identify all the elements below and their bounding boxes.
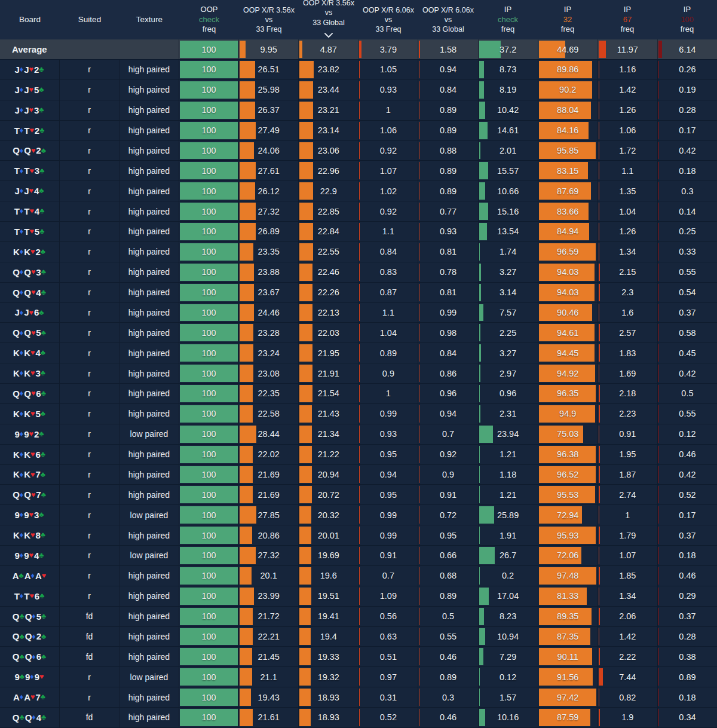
card-suit-h: ♥: [30, 369, 35, 377]
cell-ip-32-freq: 89.86: [538, 60, 598, 79]
column-header-suited[interactable]: Suited: [60, 0, 120, 39]
board-row[interactable]: T♦T♥4♣rhigh paired10027.3222.850.920.771…: [0, 201, 717, 222]
board-row[interactable]: T♦T♥3♣rhigh paired10027.6122.961.070.891…: [0, 161, 717, 181]
cell-value: 2.74: [598, 490, 657, 500]
board-row[interactable]: 9♦9♥4♣rlow paired10027.3219.690.910.6626…: [0, 546, 717, 566]
cell-texture: high paired: [120, 222, 179, 241]
board-row[interactable]: Q♣Q♦5♣fdhigh paired10021.7219.410.560.58…: [0, 607, 717, 627]
cell-value: 100: [179, 449, 238, 459]
card-rank: J: [24, 307, 29, 317]
cell-value: 100: [179, 267, 238, 277]
cell-ip-32-freq: 94.03: [538, 262, 598, 282]
cell-value: 20.32: [299, 510, 358, 520]
cell-value: 100: [179, 490, 238, 500]
suited-value: r: [88, 85, 91, 94]
board-row[interactable]: A♦A♥7♣rhigh paired10019.4318.930.310.31.…: [0, 687, 717, 708]
cell-oop-xr-356-freq: 21.61: [239, 708, 299, 727]
board-row[interactable]: Q♣Q♦4♣fdhigh paired10021.6118.930.520.46…: [0, 708, 717, 728]
cell-ip-100-freq: 0.18: [658, 161, 717, 181]
board-row[interactable]: J♦J♥5♣rhigh paired10025.9823.440.930.848…: [0, 80, 717, 100]
column-header-oop-xr-606-global[interactable]: OOP X/R 6.06x vs33 Global: [418, 0, 478, 39]
column-header-texture[interactable]: Texture: [120, 0, 179, 39]
card-suit-h: ♥: [29, 106, 34, 114]
board-row[interactable]: T♦T♥2♣rhigh paired10027.4923.141.060.891…: [0, 121, 717, 141]
column-header-board[interactable]: Board: [0, 0, 60, 39]
cell-ip-check-freq: 1.21: [479, 445, 538, 464]
average-row[interactable]: Average 1009.954.873.791.5837.244.6911.9…: [0, 39, 717, 60]
board-row[interactable]: 9♦9♥2♣rlow paired10028.4421.340.930.723.…: [0, 424, 717, 445]
cell-value: 1: [358, 105, 418, 115]
cell-ip-100-freq: 0.25: [658, 222, 717, 241]
board-row[interactable]: A♣A♦A♥rhigh paired10020.119.60.70.680.29…: [0, 566, 717, 586]
column-header-ip-100-freq[interactable]: IP100freq: [657, 0, 717, 39]
cell-oop-xr-356-freq: 23.08: [239, 363, 299, 383]
column-header-oop-xr-356-freq[interactable]: OOP X/R 3.56x vs33 Freq: [239, 0, 299, 39]
cell-value: 87.35: [538, 632, 598, 641]
card-rank: 9: [24, 550, 29, 561]
board-cards: Q♦Q♥4♣: [13, 287, 47, 298]
cell-value: 0.95: [358, 449, 418, 459]
board-row[interactable]: K♦K♥2♣rhigh paired10023.3522.550.840.811…: [0, 242, 717, 262]
board-row[interactable]: T♦T♥5♣rhigh paired10026.8922.841.10.9313…: [0, 222, 717, 242]
board-row[interactable]: Q♦Q♥2♣rhigh paired10024.0623.060.920.882…: [0, 141, 717, 161]
card-rank: T: [24, 126, 29, 136]
column-header-ip-32-freq[interactable]: IP32freq: [538, 0, 598, 39]
column-header-oop-check-freq[interactable]: OOPcheckfreq: [179, 0, 239, 39]
column-header-oop-xr-606-freq[interactable]: OOP X/R 6.06x vs33 Freq: [358, 0, 418, 39]
board-cards: T♦T♥3♣: [14, 166, 45, 176]
card-rank: J: [24, 85, 29, 95]
board-row[interactable]: Q♦Q♥5♣rhigh paired10023.2822.031.040.982…: [0, 323, 717, 343]
cell-ip-100-freq: 0.89: [658, 667, 717, 687]
suited-value: r: [88, 247, 91, 256]
cell-ip-67-freq: 1.42: [598, 80, 658, 100]
board-cards: 9♦9♥3♣: [14, 510, 44, 520]
board-row[interactable]: K♦K♥7♣rhigh paired10021.6920.940.940.91.…: [0, 465, 717, 485]
board-row[interactable]: K♦K♥5♣rhigh paired10022.5821.430.990.942…: [0, 404, 717, 424]
column-header-oop-xr-356-global[interactable]: OOP X/R 3.56x vs33 Global: [299, 0, 358, 39]
cell-value: 100: [179, 369, 238, 378]
board-row[interactable]: J♦J♥4♣rhigh paired10026.1222.91.020.8910…: [0, 181, 717, 201]
board-row[interactable]: K♦K♥6♣rhigh paired10022.0221.220.950.921…: [0, 445, 717, 465]
cell-value: 8.19: [479, 85, 538, 94]
cell-oop-xr-356-global: 22.26: [299, 283, 358, 302]
cell-oop-xr-356-global: 23.82: [299, 60, 358, 79]
cell-ip-check-freq: 17.04: [479, 586, 538, 606]
card-rank: Q: [24, 490, 31, 500]
board-row[interactable]: J♦J♥2♣rhigh paired10026.5123.821.050.948…: [0, 60, 717, 80]
board-row[interactable]: Q♦Q♥7♣rhigh paired10021.6920.720.950.911…: [0, 485, 717, 505]
board-row[interactable]: 9♦9♥3♣rlow paired10027.8520.320.990.7225…: [0, 505, 717, 525]
column-header-ip-check-freq[interactable]: IPcheckfreq: [478, 0, 538, 39]
board-row[interactable]: Q♦Q♥6♣rhigh paired10022.3521.5410.960.96…: [0, 384, 717, 404]
board-row[interactable]: T♦T♥6♣rhigh paired10023.9919.511.090.891…: [0, 586, 717, 607]
cell-suited: r: [60, 505, 120, 525]
cell-value: 19.32: [299, 672, 358, 682]
board-row[interactable]: J♦J♥3♣rhigh paired10026.3723.2110.8910.4…: [0, 100, 717, 121]
card-suit-d: ♦: [32, 653, 36, 661]
cell-oop-xr-356-freq: 24.06: [239, 141, 299, 161]
board-row[interactable]: 9♣9♦9♥rlow paired10021.119.320.970.890.1…: [0, 667, 717, 687]
card-rank: 2: [36, 145, 41, 155]
card-rank: Q: [13, 611, 20, 622]
cell-board: Q♦Q♥6♣: [0, 384, 60, 403]
board-row[interactable]: Q♣Q♦6♣fdhigh paired10021.4519.330.510.46…: [0, 647, 717, 667]
cell-value: 0.94: [418, 65, 477, 74]
board-cards: K♦K♥2♣: [13, 247, 46, 257]
cell-texture: high paired: [120, 566, 179, 586]
cell-ip-check-freq: 3.14: [479, 283, 538, 302]
cell-value: 23.67: [239, 287, 298, 297]
cell-texture: high paired: [120, 80, 179, 100]
column-header-ip-67-freq[interactable]: IP67freq: [598, 0, 657, 39]
board-row[interactable]: K♦K♥4♣rhigh paired10023.2421.950.890.843…: [0, 343, 717, 363]
board-row[interactable]: Q♦Q♥3♣rhigh paired10023.8822.460.830.783…: [0, 262, 717, 283]
board-row[interactable]: J♦J♥6♣rhigh paired10024.4622.131.10.997.…: [0, 303, 717, 323]
board-row[interactable]: Q♣Q♦2♣fdhigh paired10022.2119.40.630.551…: [0, 627, 717, 647]
cell-value: 1.26: [598, 105, 657, 115]
cell-ip-67-freq: 0.82: [598, 687, 658, 707]
cell-value: 0.14: [658, 207, 717, 216]
board-row[interactable]: K♦K♥3♣rhigh paired10023.0821.910.90.862.…: [0, 363, 717, 384]
board-row[interactable]: Q♦Q♥4♣rhigh paired10023.6722.260.870.813…: [0, 283, 717, 303]
card-suit-d: ♦: [20, 289, 24, 296]
board-row[interactable]: K♦K♥8♣rhigh paired10020.8620.010.990.951…: [0, 525, 717, 546]
cell-oop-check-freq: 100: [179, 121, 239, 140]
cell-ip-100-freq: 0.46: [658, 566, 717, 586]
